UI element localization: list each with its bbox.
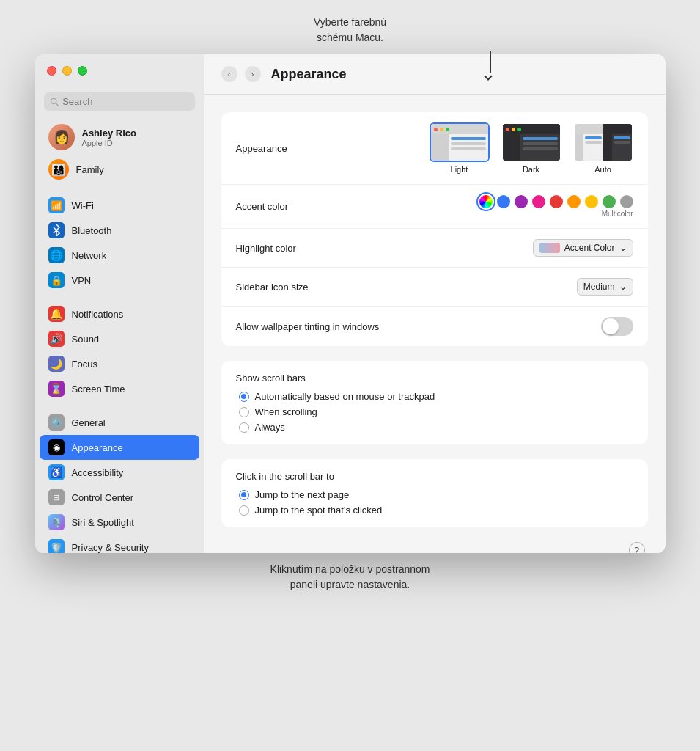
- accent-color-row: Accent color: [221, 185, 648, 229]
- sidebar-section-general: ⚙️ General ◉ Appearance ♿ Accessibility …: [35, 410, 204, 553]
- click-spot-option[interactable]: Jump to the spot that's clicked: [239, 505, 633, 516]
- sidebar-label-appearance: Appearance: [72, 442, 123, 453]
- stepper-arrows-icon: ⌄: [619, 282, 627, 292]
- sidebar-icon-size-row: Sidebar icon size Medium ⌄: [221, 268, 648, 307]
- highlight-chevron-icon: ⌄: [619, 243, 627, 253]
- sidebar-item-screentime[interactable]: ⌛ Screen Time: [40, 376, 199, 401]
- general-icon: ⚙️: [48, 414, 65, 431]
- page-title: Appearance: [271, 67, 347, 82]
- appearance-row: Appearance: [221, 112, 648, 185]
- main-window: 👩 Ashley Rico Apple ID 👨‍👩‍👧 Family: [35, 54, 666, 553]
- sidebar-item-bluetooth[interactable]: Bluetooth: [40, 218, 199, 243]
- wallpaper-tinting-label: Allow wallpaper tinting in windows: [236, 321, 601, 332]
- accent-sublabel: Multicolor: [602, 210, 633, 218]
- accent-purple[interactable]: [515, 195, 528, 208]
- click-next-page-label: Jump to the next page: [255, 489, 350, 500]
- appearance-dark-preview: [501, 122, 561, 162]
- maximize-button[interactable]: [78, 66, 87, 76]
- accent-green[interactable]: [603, 195, 616, 208]
- back-button[interactable]: ‹: [221, 66, 237, 82]
- appearance-icon: ◉: [48, 439, 65, 455]
- sidebar-item-notifications[interactable]: 🔔 Notifications: [40, 301, 199, 326]
- appearance-dark-label: Dark: [523, 165, 539, 174]
- close-button[interactable]: [47, 66, 56, 76]
- screentime-icon: ⌛: [48, 381, 65, 397]
- sidebar-item-network[interactable]: 🌐 Network: [40, 243, 199, 268]
- scroll-auto-option[interactable]: Automatically based on mouse or trackpad: [239, 391, 633, 402]
- sidebar-label-bluetooth: Bluetooth: [72, 225, 112, 236]
- sidebar-icon-size-value: Medium: [583, 282, 615, 292]
- appearance-picker: Light: [430, 122, 633, 174]
- sidebar-item-family[interactable]: 👨‍👩‍👧 Family: [40, 155, 199, 184]
- search-box[interactable]: [44, 92, 195, 111]
- scroll-always-label: Always: [255, 422, 285, 433]
- siri-icon: 🎙️: [48, 514, 65, 530]
- accent-pink[interactable]: [532, 195, 545, 208]
- sidebar-item-appearance[interactable]: ◉ Appearance: [40, 435, 199, 460]
- click-scroll-heading: Click in the scroll bar to: [236, 471, 633, 482]
- scroll-auto-radio: [239, 392, 249, 402]
- accent-blue[interactable]: [497, 195, 510, 208]
- user-subtitle: Apple ID: [82, 139, 136, 147]
- user-profile-item[interactable]: 👩 Ashley Rico Apple ID: [40, 120, 199, 155]
- sidebar-item-sound[interactable]: 🔊 Sound: [40, 326, 199, 351]
- appearance-light-option[interactable]: Light: [430, 122, 490, 174]
- click-scroll-section: Click in the scroll bar to Jump to the n…: [221, 459, 648, 527]
- sidebar-label-screentime: Screen Time: [72, 384, 125, 395]
- scroll-always-option[interactable]: Always: [239, 422, 633, 433]
- sidebar: 👩 Ashley Rico Apple ID 👨‍👩‍👧 Family: [35, 54, 204, 553]
- accent-gray[interactable]: [620, 195, 633, 208]
- vpn-icon: 🔒: [48, 272, 65, 288]
- sidebar-label-network: Network: [72, 250, 107, 261]
- sidebar-item-privacy[interactable]: 🛡️ Privacy & Security: [40, 535, 199, 553]
- click-next-page-radio: [239, 490, 249, 500]
- bluetooth-icon: [48, 222, 65, 238]
- accent-multicolor[interactable]: [479, 195, 493, 208]
- appearance-dark-option[interactable]: Dark: [501, 122, 561, 174]
- sidebar-item-vpn[interactable]: 🔒 VPN: [40, 268, 199, 293]
- sidebar-item-label: Family: [76, 164, 104, 175]
- sidebar-label-wifi: Wi-Fi: [72, 200, 94, 211]
- accent-yellow[interactable]: [585, 195, 598, 208]
- minimize-button[interactable]: [62, 66, 72, 76]
- sidebar-item-wifi[interactable]: 📶 Wi-Fi: [40, 193, 199, 218]
- highlight-color-label: Highlight color: [236, 243, 353, 254]
- sidebar-label-siri: Siri & Spotlight: [72, 517, 134, 528]
- sidebar-item-general[interactable]: ⚙️ General: [40, 410, 199, 435]
- scroll-when-scrolling-option[interactable]: When scrolling: [239, 406, 633, 417]
- scroll-when-label: When scrolling: [255, 406, 317, 417]
- forward-button[interactable]: ›: [245, 66, 261, 82]
- annotation-bottom: Kliknutím na položku v postrannom paneli…: [270, 562, 430, 593]
- sidebar-label-sound: Sound: [72, 334, 100, 345]
- appearance-auto-preview: [573, 122, 633, 162]
- appearance-row-label: Appearance: [236, 143, 353, 154]
- sidebar-item-siri[interactable]: 🎙️ Siri & Spotlight: [40, 510, 199, 535]
- sidebar-icon-size-content: Medium ⌄: [353, 278, 633, 296]
- search-input[interactable]: [62, 96, 188, 107]
- click-next-page-option[interactable]: Jump to the next page: [239, 489, 633, 500]
- sidebar-icon-size-label: Sidebar icon size: [236, 282, 353, 293]
- accent-color-label: Accent color: [236, 201, 353, 212]
- highlight-color-value: Accent Color: [564, 243, 615, 253]
- appearance-auto-option[interactable]: Auto: [573, 122, 633, 174]
- highlight-color-row: Highlight color Accent Color ⌄: [221, 229, 648, 268]
- help-button[interactable]: ?: [629, 542, 645, 553]
- highlight-color-picker[interactable]: Accent Color ⌄: [533, 239, 633, 257]
- accent-orange[interactable]: [567, 195, 581, 208]
- traffic-lights: [47, 66, 87, 76]
- scroll-bars-radio-group: Automatically based on mouse or trackpad…: [239, 391, 633, 433]
- sidebar-item-controlcenter[interactable]: ⊞ Control Center: [40, 485, 199, 510]
- user-name: Ashley Rico: [82, 128, 136, 139]
- accent-red[interactable]: [550, 195, 563, 208]
- wallpaper-tinting-toggle[interactable]: [601, 317, 633, 336]
- focus-icon: 🌙: [48, 356, 65, 372]
- sidebar-item-accessibility[interactable]: ♿ Accessibility: [40, 460, 199, 485]
- sidebar-section-network: 📶 Wi-Fi Bluetooth 🌐: [35, 193, 204, 293]
- click-spot-label: Jump to the spot that's clicked: [255, 505, 383, 516]
- sidebar-icon-size-stepper[interactable]: Medium ⌄: [577, 278, 633, 296]
- sidebar-section-notifications: 🔔 Notifications 🔊 Sound 🌙 Focus ⌛ Screen…: [35, 301, 204, 401]
- sidebar-item-focus[interactable]: 🌙 Focus: [40, 351, 199, 376]
- scroll-when-radio: [239, 407, 249, 417]
- main-body: Appearance: [204, 95, 666, 553]
- search-icon: [50, 97, 59, 107]
